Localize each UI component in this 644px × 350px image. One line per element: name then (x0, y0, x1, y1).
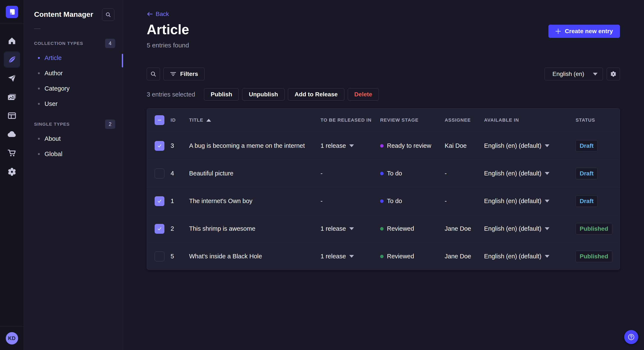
filter-icon (170, 71, 176, 77)
create-new-entry-button[interactable]: Create new entry (548, 25, 620, 38)
rail-home-icon[interactable] (0, 31, 24, 50)
select-all-checkbox[interactable] (154, 115, 164, 125)
locale-value: English (en) (default) (484, 225, 541, 232)
collection-types-section: COLLECTION TYPES 4 Article Author Catego… (24, 39, 123, 111)
table-row[interactable]: 1 The internet's Own boy - To do - Engli… (147, 187, 620, 215)
rail-content-manager-icon[interactable] (0, 50, 24, 69)
filters-button[interactable]: Filters (163, 68, 205, 80)
stage-label: Ready to review (387, 142, 431, 149)
column-header-title-label: TITLE (189, 117, 204, 123)
row-checkbox[interactable] (154, 169, 164, 178)
locale-value: English (en) (552, 71, 584, 77)
locale-select[interactable]: English (en) (544, 68, 603, 80)
delete-button[interactable]: Delete (348, 88, 379, 101)
table-row[interactable]: 5 What's inside a Black Hole 1 release R… (147, 242, 620, 270)
user-avatar[interactable]: KD (6, 332, 18, 345)
column-header-title[interactable]: TITLE (189, 117, 320, 123)
sidebar-item-about[interactable]: About (24, 131, 123, 146)
rail-marketplace-icon[interactable] (0, 144, 24, 163)
add-to-release-button[interactable]: Add to Release (288, 88, 344, 101)
column-header-id[interactable]: ID (170, 117, 189, 123)
table-row[interactable]: 3 A bug is becoming a meme on the intern… (147, 132, 620, 160)
cell-release: - (320, 197, 380, 204)
cell-locale-dropdown[interactable]: English (en) (default) (484, 197, 576, 204)
table-search-button[interactable] (147, 68, 160, 80)
table-row[interactable]: 2 This shrimp is awesome 1 release Revie… (147, 215, 620, 242)
sidebar-search-button[interactable] (102, 8, 114, 21)
cell-release-dropdown[interactable]: 1 release (320, 142, 380, 149)
sidebar-item-user[interactable]: User (24, 96, 123, 111)
cell-review-stage: Reviewed (380, 253, 445, 260)
sidebar-title: Content Manager (34, 8, 93, 18)
bullet-icon (38, 153, 40, 155)
cell-title: What's inside a Black Hole (189, 253, 320, 260)
sidebar-item-author[interactable]: Author (24, 65, 123, 81)
sidebar-divider (34, 28, 40, 29)
row-checkbox[interactable] (154, 141, 164, 151)
cell-locale-dropdown[interactable]: English (en) (default) (484, 225, 576, 232)
rail-releases-icon[interactable] (0, 69, 24, 88)
content-manager-sidebar: Content Manager COLLECTION TYPES 4 Artic… (24, 0, 123, 350)
rail-content-type-builder-icon[interactable] (0, 106, 24, 125)
cell-locale-dropdown[interactable]: English (en) (default) (484, 142, 576, 149)
column-header-release[interactable]: TO BE RELEASED IN (320, 117, 380, 123)
release-value: 1 release (320, 142, 346, 149)
question-mark-icon (628, 334, 635, 341)
sidebar-item-category[interactable]: Category (24, 81, 123, 96)
row-checkbox[interactable] (154, 196, 164, 206)
chevron-down-icon (545, 200, 550, 202)
stage-label: To do (387, 170, 402, 177)
status-badge: Published (576, 251, 612, 262)
sidebar-item-global[interactable]: Global (24, 146, 123, 162)
column-header-stage[interactable]: REVIEW STAGE (380, 117, 445, 123)
row-checkbox[interactable] (154, 252, 164, 261)
sidebar-item-label: Author (44, 70, 62, 77)
cell-review-stage: Reviewed (380, 225, 445, 232)
stage-dot-icon (380, 199, 384, 203)
single-types-count-badge: 2 (105, 120, 115, 129)
unpublish-button[interactable]: Unpublish (242, 88, 284, 101)
toolbar: Filters English (en) (147, 68, 620, 80)
stage-label: Reviewed (387, 225, 414, 232)
cell-assignee: Jane Doe (445, 225, 484, 232)
strapi-logo-icon[interactable] (6, 6, 18, 18)
cell-assignee: - (445, 197, 484, 204)
view-settings-button[interactable] (607, 68, 620, 80)
cell-title: Beautiful picture (189, 170, 320, 177)
main-content: Back Article 5 entries found Create new … (123, 0, 644, 350)
sidebar-item-label: Category (44, 85, 70, 92)
check-icon (156, 198, 162, 204)
chevron-down-icon (545, 227, 550, 230)
sidebar-item-article[interactable]: Article (24, 50, 123, 65)
cell-locale-dropdown[interactable]: English (en) (default) (484, 170, 576, 177)
cell-release-dropdown[interactable]: 1 release (320, 253, 380, 260)
active-tile (4, 51, 20, 68)
selection-count-text: 3 entries selected (147, 91, 195, 98)
column-header-status[interactable]: STATUS (576, 117, 612, 123)
rail-footer: KD (0, 326, 24, 350)
cell-locale-dropdown[interactable]: English (en) (default) (484, 253, 576, 260)
rail-media-library-icon[interactable] (0, 88, 24, 106)
cell-id: 5 (170, 253, 189, 260)
chevron-down-icon (349, 255, 354, 258)
column-header-assignee[interactable]: ASSIGNEE (445, 117, 484, 123)
entries-table: ID TITLE TO BE RELEASED IN REVIEW STAGE … (147, 108, 620, 270)
publish-button[interactable]: Publish (204, 88, 239, 101)
locale-value: English (en) (default) (484, 170, 541, 177)
cell-assignee: Kai Doe (445, 142, 484, 149)
sidebar-item-label: About (44, 135, 61, 142)
check-icon (156, 226, 162, 232)
rail-cloud-icon[interactable] (0, 125, 24, 144)
rail-settings-icon[interactable] (0, 163, 24, 181)
cell-release-dropdown[interactable]: 1 release (320, 225, 380, 232)
chevron-down-icon (545, 255, 550, 258)
status-badge: Draft (576, 168, 598, 179)
table-row[interactable]: 4 Beautiful picture - To do - English (e… (147, 160, 620, 187)
row-checkbox[interactable] (154, 224, 164, 234)
collection-types-label: COLLECTION TYPES (34, 41, 83, 46)
release-value: 1 release (320, 253, 346, 260)
sidebar-item-label: Global (44, 151, 62, 158)
help-button[interactable] (624, 330, 638, 344)
back-link[interactable]: Back (147, 11, 169, 17)
column-header-available[interactable]: AVAILABLE IN (484, 117, 576, 123)
